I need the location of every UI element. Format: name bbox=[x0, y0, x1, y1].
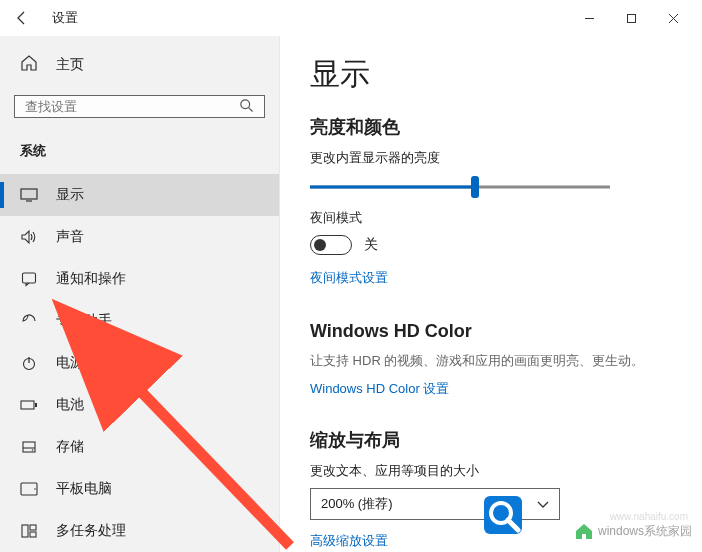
sidebar-item-label: 多任务处理 bbox=[56, 522, 126, 540]
brightness-label: 更改内置显示器的亮度 bbox=[310, 149, 672, 167]
brightness-slider[interactable] bbox=[310, 175, 610, 199]
sidebar-item-power[interactable]: 电源和睡眠 bbox=[0, 342, 279, 384]
sidebar-item-battery[interactable]: 电池 bbox=[0, 384, 279, 426]
night-mode-toggle[interactable] bbox=[310, 235, 352, 255]
svg-point-15 bbox=[34, 488, 36, 490]
search-input[interactable] bbox=[25, 99, 239, 114]
sidebar-item-display[interactable]: 显示 bbox=[0, 174, 279, 216]
sidebar-section-label: 系统 bbox=[0, 132, 279, 166]
notifications-icon bbox=[20, 270, 38, 288]
minimize-button[interactable] bbox=[568, 4, 610, 32]
search-icon bbox=[239, 98, 254, 116]
watermark-url: www.nahaifu.com bbox=[610, 511, 688, 522]
sidebar: 主页 系统 显示 声音 通知和操作 专注助手 bbox=[0, 36, 280, 552]
svg-rect-6 bbox=[23, 273, 36, 283]
scale-label: 更改文本、应用等项目的大小 bbox=[310, 462, 672, 480]
main-content: 显示 亮度和颜色 更改内置显示器的亮度 夜间模式 关 夜间模式设置 Window… bbox=[280, 36, 702, 552]
hd-color-group-title: Windows HD Color bbox=[310, 321, 672, 342]
search-box[interactable] bbox=[14, 95, 265, 118]
sidebar-item-storage[interactable]: 存储 bbox=[0, 426, 279, 468]
sidebar-item-multitask[interactable]: 多任务处理 bbox=[0, 510, 279, 552]
night-mode-settings-link[interactable]: 夜间模式设置 bbox=[310, 269, 388, 287]
night-mode-label: 夜间模式 bbox=[310, 209, 672, 227]
watermark-house-icon bbox=[574, 522, 594, 540]
svg-point-13 bbox=[32, 449, 34, 451]
advanced-scale-link[interactable]: 高级缩放设置 bbox=[310, 532, 388, 550]
sidebar-item-label: 专注助手 bbox=[56, 312, 112, 330]
back-button[interactable] bbox=[8, 4, 36, 32]
watermark-magnifier-icon bbox=[478, 490, 532, 547]
sidebar-item-label: 通知和操作 bbox=[56, 270, 126, 288]
scale-dropdown-value: 200% (推荐) bbox=[321, 495, 393, 513]
brightness-group-title: 亮度和颜色 bbox=[310, 115, 672, 139]
battery-icon bbox=[20, 396, 38, 414]
scale-group-title: 缩放与布局 bbox=[310, 428, 672, 452]
svg-rect-17 bbox=[30, 525, 36, 530]
sidebar-item-label: 显示 bbox=[56, 186, 84, 204]
svg-rect-11 bbox=[23, 442, 35, 452]
app-title: 设置 bbox=[52, 9, 78, 27]
watermark-text: windows系统家园 bbox=[574, 522, 692, 540]
svg-rect-4 bbox=[21, 189, 37, 199]
tablet-icon bbox=[20, 480, 38, 498]
multitask-icon bbox=[20, 522, 38, 540]
titlebar: 设置 bbox=[0, 0, 702, 36]
hd-color-desc: 让支持 HDR 的视频、游戏和应用的画面更明亮、更生动。 bbox=[310, 352, 672, 370]
sidebar-item-sound[interactable]: 声音 bbox=[0, 216, 279, 258]
sidebar-item-label: 电池 bbox=[56, 396, 84, 414]
home-icon bbox=[20, 54, 38, 75]
power-icon bbox=[20, 354, 38, 372]
sound-icon bbox=[20, 228, 38, 246]
sidebar-item-label: 存储 bbox=[56, 438, 84, 456]
display-icon bbox=[20, 186, 38, 204]
svg-rect-18 bbox=[30, 532, 36, 537]
page-title: 显示 bbox=[310, 54, 672, 95]
svg-rect-9 bbox=[21, 401, 34, 409]
maximize-button[interactable] bbox=[610, 4, 652, 32]
sidebar-home[interactable]: 主页 bbox=[0, 46, 279, 83]
sidebar-item-notifications[interactable]: 通知和操作 bbox=[0, 258, 279, 300]
chevron-down-icon bbox=[537, 497, 549, 512]
close-button[interactable] bbox=[652, 4, 694, 32]
night-mode-state: 关 bbox=[364, 236, 378, 254]
svg-rect-16 bbox=[22, 525, 28, 537]
svg-line-3 bbox=[249, 107, 253, 111]
sidebar-item-tablet[interactable]: 平板电脑 bbox=[0, 468, 279, 510]
sidebar-item-label: 平板电脑 bbox=[56, 480, 112, 498]
svg-rect-10 bbox=[35, 403, 37, 407]
sidebar-home-label: 主页 bbox=[56, 56, 84, 74]
sidebar-item-label: 声音 bbox=[56, 228, 84, 246]
storage-icon bbox=[20, 438, 38, 456]
sidebar-item-label: 电源和睡眠 bbox=[56, 354, 126, 372]
hd-color-link[interactable]: Windows HD Color 设置 bbox=[310, 380, 449, 398]
sidebar-item-focus[interactable]: 专注助手 bbox=[0, 300, 279, 342]
svg-point-2 bbox=[241, 99, 250, 108]
svg-rect-1 bbox=[627, 14, 635, 22]
watermark-label: windows系统家园 bbox=[598, 523, 692, 540]
focus-icon bbox=[20, 312, 38, 330]
